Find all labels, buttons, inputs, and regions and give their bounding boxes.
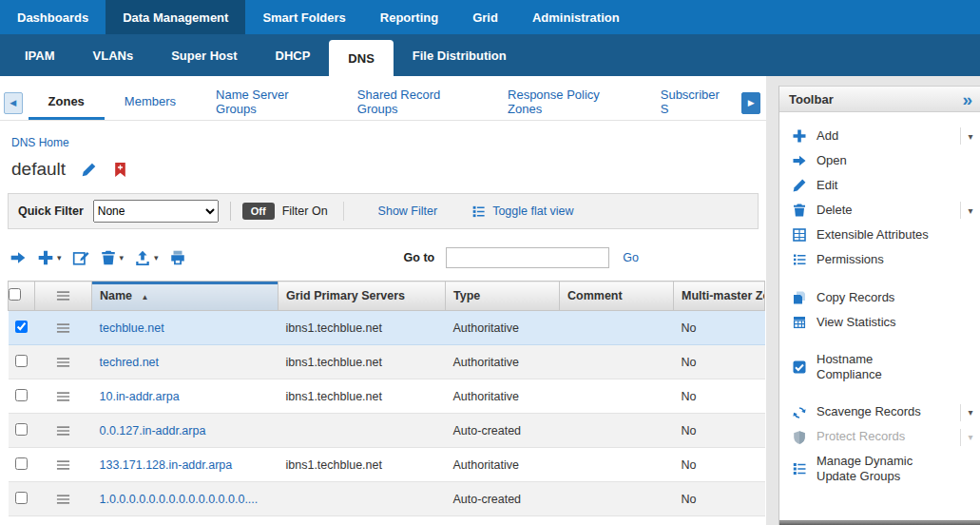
table-row[interactable]: 1.0.0.0.0.0.0.0.0.0.0.0.0.0.0....Auto-cr… [9,482,765,516]
filter-toggle-button[interactable]: Off [242,203,275,220]
row-checkbox[interactable] [15,457,28,470]
row-menu-cell [35,311,92,345]
open-action-button[interactable] [10,249,27,266]
hamburger-icon[interactable] [35,391,92,402]
column-header-name[interactable]: Name ▲ [92,282,279,311]
toolbar-item-label: Hostname Compliance [817,352,938,383]
hamburger-icon[interactable] [35,290,91,301]
hamburger-icon[interactable] [35,494,92,505]
hamburger-icon[interactable] [35,425,92,437]
row-checkbox[interactable] [15,492,28,504]
top-nav-item-administration[interactable]: Administration [515,0,637,34]
toolbar-item-extensible-attributes[interactable]: Extensible Attributes [779,223,980,247]
toolbar-item-view-statistics[interactable]: View Statistics [779,310,980,335]
toolbar-item-permissions[interactable]: Permissions [779,247,980,272]
multi-master-cell: No [674,379,765,414]
add-action-button[interactable]: ▾ [37,249,62,266]
select-all-checkbox[interactable] [9,288,21,301]
dropdown-caret-icon[interactable]: ▾ [960,127,980,145]
top-nav-item-dashboards[interactable]: Dashboards [0,0,106,34]
row-checkbox[interactable] [15,389,28,401]
add-plus-icon [791,127,808,145]
toolbar-item-manage-dynamic-update-groups[interactable]: Manage Dynamic Update Groups [779,450,980,489]
go-link[interactable]: Go [623,251,639,264]
toolbar-item-copy-records[interactable]: Copy Records [779,285,980,310]
bookmark-icon[interactable] [112,162,128,178]
row-checkbox[interactable] [15,423,28,436]
row-checkbox[interactable] [15,355,28,367]
export-action-button[interactable]: ▾ [134,249,159,266]
column-header-type[interactable]: Type [446,282,560,311]
column-header-grid-primary-servers[interactable]: Grid Primary Servers [279,282,446,311]
goto-input[interactable] [446,247,609,268]
quick-filter-select[interactable]: None [93,200,219,223]
table-row[interactable]: techblue.netibns1.techblue.netAuthoritat… [9,311,765,345]
delete-trash-icon [791,202,808,219]
column-header-multi-master[interactable]: Multi-master Zo [674,282,765,311]
tab-zones[interactable]: Zones [29,86,105,120]
top-nav-item-reporting[interactable]: Reporting [363,0,455,34]
sub-nav-item-file-distribution[interactable]: File Distribution [394,34,526,76]
dropdown-caret-icon[interactable]: ▾ [154,253,159,262]
tab-response-policy-zones[interactable]: Response Policy Zones [488,86,641,120]
comment-cell [560,311,674,345]
top-nav-item-data-management[interactable]: Data Management [106,0,245,34]
type-cell: Auto-created [446,414,560,448]
zone-name-link[interactable]: 10.in-addr.arpa [100,390,180,403]
dropdown-caret-icon[interactable]: ▾ [120,253,125,262]
filter-on-label: Filter On [282,204,328,218]
dropdown-caret-icon[interactable]: ▾ [960,404,980,421]
quick-filter-bar: Quick Filter None Off Filter On Show Fil… [8,193,759,229]
toggle-flat-view-link[interactable]: Toggle flat view [471,204,573,219]
top-nav-item-smart-folders[interactable]: Smart Folders [245,0,362,34]
show-filter-link[interactable]: Show Filter [378,204,438,218]
toolbar-item-scavenge-records[interactable]: Scavenge Records▾ [779,400,980,425]
sub-nav-item-super-host[interactable]: Super Host [152,34,256,76]
sub-nav-item-vlans[interactable]: VLANs [74,34,153,76]
toolbar-item-add[interactable]: Add▾ [779,124,980,148]
breadcrumb[interactable]: DNS Home [11,136,69,149]
multi-master-cell: No [674,311,765,345]
edit-title-pencil-icon[interactable] [81,162,97,178]
edit-action-button[interactable] [72,249,89,266]
dropdown-caret-icon[interactable]: ▾ [960,202,980,219]
table-row[interactable]: 10.in-addr.arpaibns1.techblue.netAuthori… [9,379,765,414]
dropdown-caret-icon[interactable]: ▾ [960,429,980,446]
tab-shared-record-groups[interactable]: Shared Record Groups [337,86,488,120]
delete-action-button[interactable]: ▾ [100,249,125,266]
dropdown-caret-icon[interactable]: ▾ [57,253,62,262]
tabs-scroll-right-button[interactable]: ▶ [741,92,760,114]
table-row[interactable]: 133.171.128.in-addr.arpaibns1.techblue.n… [9,448,765,482]
tab-members[interactable]: Members [105,86,196,120]
zone-name-cell: techblue.net [92,311,279,345]
extensible-attributes-icon [791,226,808,243]
top-nav-item-grid[interactable]: Grid [455,0,515,34]
tabs-scroll-left-button[interactable]: ◀ [4,92,23,114]
toolbar-item-edit[interactable]: Edit [779,173,980,198]
toolbar-item-open[interactable]: Open [779,148,980,173]
sub-nav-item-dhcp[interactable]: DHCP [257,34,330,76]
toolbar-item-label: Extensible Attributes [817,227,938,243]
print-action-button[interactable] [169,249,186,266]
hamburger-icon[interactable] [35,459,92,471]
sub-nav-item-dns[interactable]: DNS [329,40,393,76]
table-row[interactable]: techred.netibns1.techblue.netAuthoritati… [9,345,765,379]
delete-trash-icon [100,249,117,266]
zone-name-link[interactable]: techred.net [100,356,160,369]
toolbar-item-hostname-compliance[interactable]: Hostname Compliance [779,348,980,387]
tab-name-server-groups[interactable]: Name Server Groups [196,86,337,120]
toolbar-item-delete[interactable]: Delete▾ [779,198,980,223]
zone-name-link[interactable]: 0.0.127.in-addr.arpa [100,424,206,438]
tab-subscriber-s[interactable]: Subscriber S [641,86,742,120]
grid-primary-cell: ibns1.techblue.net [279,379,446,414]
hamburger-icon[interactable] [35,322,92,334]
sub-nav-item-ipam[interactable]: IPAM [6,34,74,76]
hamburger-icon[interactable] [35,357,92,368]
zone-name-link[interactable]: 133.171.128.in-addr.arpa [100,458,233,472]
collapse-panel-chevrons-icon[interactable]: » [962,90,972,108]
column-header-comment[interactable]: Comment [560,282,674,311]
table-row[interactable]: 0.0.127.in-addr.arpaAuto-createdNo [9,414,765,448]
zone-name-link[interactable]: techblue.net [100,321,164,335]
row-checkbox[interactable] [15,321,28,333]
zone-name-link[interactable]: 1.0.0.0.0.0.0.0.0.0.0.0.0.0.0.... [100,493,259,506]
